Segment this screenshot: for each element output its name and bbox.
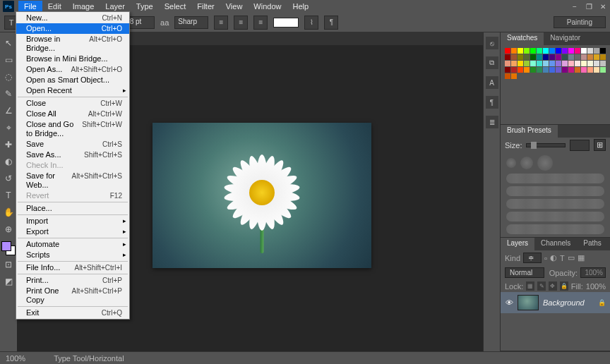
color-swatch[interactable] bbox=[600, 48, 606, 54]
color-swatch[interactable] bbox=[600, 67, 606, 73]
lock-position-icon[interactable]: ✥ bbox=[549, 281, 557, 291]
color-swatch[interactable] bbox=[537, 48, 542, 54]
tool-10[interactable]: ✋ bbox=[1, 205, 16, 220]
antialias-select[interactable]: Sharp bbox=[174, 16, 208, 29]
color-swatch[interactable] bbox=[581, 61, 587, 66]
collapsed-panel-icon-4[interactable]: ≣ bbox=[486, 116, 498, 128]
color-swatch[interactable] bbox=[568, 48, 574, 54]
tool-7[interactable]: ◐ bbox=[1, 154, 16, 169]
menu-item-automate[interactable]: Automate bbox=[16, 239, 129, 250]
menu-item-save-for-web[interactable]: Save for Web...Alt+Shift+Ctrl+S bbox=[16, 171, 129, 190]
brush-preset[interactable] bbox=[506, 186, 604, 196]
brush-preset[interactable] bbox=[506, 174, 604, 183]
color-swatch[interactable] bbox=[562, 54, 568, 60]
tool-1[interactable]: ▭ bbox=[1, 52, 16, 68]
fill-value[interactable]: 100% bbox=[586, 282, 606, 291]
brush-options-button[interactable]: ⊞ bbox=[594, 139, 606, 151]
color-swatch[interactable] bbox=[600, 54, 606, 60]
menu-file[interactable]: File bbox=[18, 1, 42, 12]
color-swatch[interactable] bbox=[568, 67, 574, 73]
color-swatch[interactable] bbox=[556, 54, 561, 60]
menu-edit[interactable]: Edit bbox=[42, 1, 67, 12]
color-swatch[interactable] bbox=[543, 48, 549, 54]
color-swatch[interactable] bbox=[594, 61, 599, 66]
color-swatch[interactable] bbox=[518, 48, 523, 54]
tab-paths[interactable]: Paths bbox=[577, 238, 608, 250]
menu-view[interactable]: View bbox=[220, 1, 249, 12]
mode-toggle-1[interactable]: ◩ bbox=[1, 274, 16, 289]
color-swatch[interactable] bbox=[505, 73, 510, 79]
lock-image-icon[interactable]: ✎ bbox=[537, 281, 546, 291]
color-swatch[interactable] bbox=[530, 54, 536, 60]
tool-9[interactable]: T bbox=[1, 188, 16, 203]
tool-8[interactable]: ↺ bbox=[1, 171, 16, 186]
layer-thumbnail[interactable] bbox=[518, 295, 539, 310]
color-swatch[interactable] bbox=[587, 67, 593, 73]
collapsed-panel-icon-2[interactable]: A bbox=[486, 76, 498, 89]
color-swatch[interactable] bbox=[505, 54, 510, 60]
color-swatch[interactable] bbox=[543, 54, 549, 60]
color-swatch[interactable] bbox=[537, 61, 542, 66]
color-swatch[interactable] bbox=[549, 54, 555, 60]
color-swatch[interactable] bbox=[575, 48, 580, 54]
filter-shape-icon[interactable]: ▭ bbox=[568, 253, 575, 262]
menu-item-place[interactable]: Place... bbox=[16, 203, 129, 214]
filter-type-icon[interactable]: T bbox=[560, 254, 565, 262]
color-swatch[interactable] bbox=[518, 54, 523, 60]
blend-mode-select[interactable]: Normal bbox=[505, 267, 544, 278]
foreground-background-colors[interactable] bbox=[1, 241, 16, 255]
align-center-button[interactable]: ≡ bbox=[234, 16, 248, 30]
color-swatch[interactable] bbox=[562, 61, 568, 66]
tab-channels[interactable]: Channels bbox=[534, 238, 577, 250]
color-swatch[interactable] bbox=[575, 61, 580, 66]
tab-swatches[interactable]: Swatches bbox=[501, 32, 544, 45]
tool-3[interactable]: ✎ bbox=[1, 86, 16, 102]
color-swatch[interactable] bbox=[562, 67, 568, 73]
color-swatch[interactable] bbox=[581, 67, 587, 73]
color-swatch[interactable] bbox=[562, 48, 568, 54]
color-swatch[interactable] bbox=[568, 61, 574, 66]
brush-preset[interactable] bbox=[506, 212, 604, 222]
menu-item-browse-in-bridge[interactable]: Browse in Bridge...Alt+Ctrl+O bbox=[16, 34, 129, 54]
color-swatch[interactable] bbox=[587, 48, 593, 54]
swatch-grid[interactable] bbox=[501, 45, 610, 82]
minimize-button[interactable]: − bbox=[568, 3, 582, 11]
menu-item-close-and-go-to-bridge[interactable]: Close and Go to Bridge...Shift+Ctrl+W bbox=[16, 119, 129, 139]
color-swatch[interactable] bbox=[505, 61, 510, 66]
menu-item-import[interactable]: Import bbox=[16, 216, 129, 226]
tab-navigator[interactable]: Navigator bbox=[544, 32, 587, 45]
lock-transparent-icon[interactable]: ▦ bbox=[526, 281, 534, 291]
menu-layer[interactable]: Layer bbox=[100, 1, 131, 12]
color-swatch[interactable] bbox=[505, 67, 510, 73]
tool-2[interactable]: ◌ bbox=[1, 69, 16, 85]
paragraph-panel-button[interactable]: ¶ bbox=[324, 16, 338, 30]
color-swatch[interactable] bbox=[549, 61, 555, 66]
tool-4[interactable]: ∠ bbox=[1, 103, 16, 119]
color-swatch[interactable] bbox=[524, 54, 530, 60]
brush-size-slider[interactable] bbox=[526, 143, 566, 147]
color-swatch[interactable] bbox=[568, 54, 574, 60]
color-swatch[interactable] bbox=[518, 67, 523, 73]
color-swatch[interactable] bbox=[530, 67, 536, 73]
color-swatch[interactable] bbox=[556, 61, 561, 66]
zoom-level[interactable]: 100% bbox=[6, 354, 25, 363]
color-swatch[interactable] bbox=[518, 61, 523, 66]
layer-kind-select[interactable]: ≑ bbox=[523, 253, 542, 263]
color-swatch[interactable] bbox=[587, 54, 593, 60]
color-swatch[interactable] bbox=[556, 67, 561, 73]
visibility-icon[interactable]: 👁 bbox=[505, 298, 513, 307]
menu-item-exit[interactable]: ExitCtrl+Q bbox=[16, 308, 129, 318]
menu-type[interactable]: Type bbox=[131, 1, 159, 12]
color-swatch[interactable] bbox=[549, 48, 555, 54]
color-swatch[interactable] bbox=[575, 67, 580, 73]
menu-item-file-info[interactable]: File Info...Alt+Shift+Ctrl+I bbox=[16, 262, 129, 273]
filter-pixel-icon[interactable]: ▫ bbox=[544, 254, 547, 262]
warp-text-button[interactable]: ⌇ bbox=[304, 16, 318, 30]
menu-help[interactable]: Help bbox=[287, 1, 314, 12]
menu-item-scripts[interactable]: Scripts bbox=[16, 250, 129, 260]
color-swatch[interactable] bbox=[511, 54, 517, 60]
close-window-button[interactable]: ✕ bbox=[596, 3, 610, 11]
tab-brush-presets[interactable]: Brush Presets bbox=[501, 125, 558, 138]
menu-item-save[interactable]: SaveCtrl+S bbox=[16, 139, 129, 150]
menu-image[interactable]: Image bbox=[67, 1, 100, 12]
